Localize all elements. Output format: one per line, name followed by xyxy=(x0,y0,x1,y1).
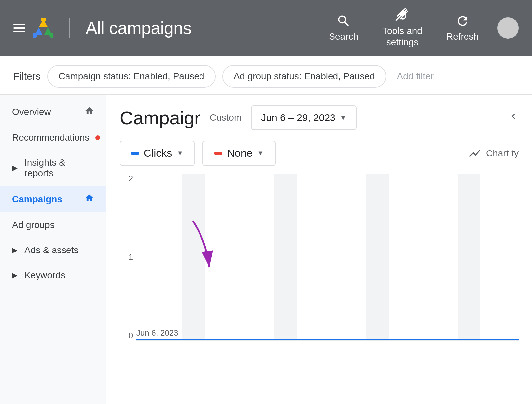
line-chart-icon xyxy=(468,147,481,160)
chevron-left-icon xyxy=(508,111,519,122)
filters-label: Filters xyxy=(13,71,41,82)
main-layout: Overview Recommendations ▶ Insights & re… xyxy=(0,95,532,404)
add-filter-button[interactable]: Add filter xyxy=(393,66,438,87)
home-icon xyxy=(85,106,94,118)
chevron-down-icon: ▼ xyxy=(340,114,347,122)
shaded-region-2 xyxy=(274,174,297,340)
content-area: Campaigr Custom Jun 6 – 29, 2023 ▼ Click… xyxy=(106,95,532,404)
tools-settings-label: Tools and settings xyxy=(382,25,422,48)
metric1-chevron-icon: ▼ xyxy=(177,150,183,157)
sidebar-item-ad-groups[interactable]: Ad groups xyxy=(0,212,106,238)
y-label-2: 2 xyxy=(129,174,133,183)
hamburger-line xyxy=(13,27,25,29)
date-preset-label: Custom xyxy=(210,112,242,123)
header-left: All campaigns xyxy=(13,18,317,38)
sidebar: Overview Recommendations ▶ Insights & re… xyxy=(0,95,106,404)
sidebar-item-overview[interactable]: Overview xyxy=(0,99,106,125)
campaigns-label: Campaigns xyxy=(12,194,62,205)
header-actions: Search Tools and settings Refresh xyxy=(317,1,519,54)
x-label-start: Jun 6, 2023 xyxy=(136,328,178,338)
campaign-header: Campaigr Custom Jun 6 – 29, 2023 ▼ xyxy=(120,105,519,130)
insights-reports-label: Insights & reports xyxy=(24,157,94,179)
recommendations-badge xyxy=(95,135,100,140)
y-label-1: 1 xyxy=(129,252,133,262)
date-range-button[interactable]: Jun 6 – 29, 2023 ▼ xyxy=(251,105,356,130)
metric2-chevron-icon: ▼ xyxy=(257,150,264,157)
clicks-metric-indicator xyxy=(131,152,139,155)
filters-bar: Filters Campaign status: Enabled, Paused… xyxy=(0,56,532,95)
sidebar-item-keywords[interactable]: ▶ Keywords xyxy=(0,263,106,288)
metric2-label: None xyxy=(227,147,253,159)
search-button[interactable]: Search xyxy=(317,7,370,49)
search-icon xyxy=(336,14,351,28)
sidebar-item-recommendations[interactable]: Recommendations xyxy=(0,125,106,150)
campaign-title: Campaigr xyxy=(120,107,200,129)
recommendations-label: Recommendations xyxy=(12,132,89,143)
hamburger-line xyxy=(13,31,25,32)
shaded-region-4 xyxy=(458,174,480,340)
hamburger-line xyxy=(13,24,25,25)
google-ads-logo xyxy=(33,18,53,38)
date-range-value: Jun 6 – 29, 2023 xyxy=(261,112,335,123)
header: All campaigns Search Tools and settings … xyxy=(0,0,532,56)
refresh-button[interactable]: Refresh xyxy=(434,7,491,49)
grid-line-bottom xyxy=(136,340,519,341)
shaded-region-1 xyxy=(182,174,205,340)
ad-groups-label: Ad groups xyxy=(12,220,55,230)
overview-label: Overview xyxy=(12,107,51,117)
svg-point-6 xyxy=(41,18,46,22)
chart-type-label: Chart ty xyxy=(486,148,519,159)
metric1-button[interactable]: Clicks ▼ xyxy=(120,141,195,166)
metric2-button[interactable]: None ▼ xyxy=(202,141,276,166)
none-metric-indicator xyxy=(214,152,222,155)
sidebar-item-insights-reports[interactable]: ▶ Insights & reports xyxy=(0,150,106,186)
header-divider xyxy=(69,18,70,38)
tools-settings-button[interactable]: Tools and settings xyxy=(370,1,434,54)
refresh-label: Refresh xyxy=(446,31,479,42)
keywords-label: Keywords xyxy=(24,270,65,281)
tools-icon xyxy=(395,8,410,23)
clicks-line xyxy=(136,339,519,340)
chart-area: 2 1 0 Jun 6, 2023 xyxy=(120,174,519,360)
y-axis: 2 1 0 xyxy=(120,174,136,340)
shaded-region-3 xyxy=(366,174,389,340)
sidebar-item-campaigns[interactable]: Campaigns xyxy=(0,186,106,212)
adgroup-status-filter[interactable]: Ad group status: Enabled, Paused xyxy=(222,65,386,88)
chart-type-button[interactable]: Chart ty xyxy=(468,147,519,160)
expand-arrow-icon-3: ▶ xyxy=(12,271,18,280)
ads-assets-label: Ads & assets xyxy=(24,245,78,255)
logo xyxy=(33,18,53,38)
avatar[interactable] xyxy=(497,17,519,39)
expand-arrow-icon: ▶ xyxy=(12,164,18,172)
sidebar-item-ads-assets[interactable]: ▶ Ads & assets xyxy=(0,238,106,263)
y-label-0: 0 xyxy=(129,331,133,340)
refresh-icon xyxy=(455,14,470,28)
hamburger-menu-button[interactable] xyxy=(13,24,25,32)
campaign-status-filter[interactable]: Campaign status: Enabled, Paused xyxy=(47,65,216,88)
campaigns-home-icon xyxy=(85,193,94,205)
chart-plot-area: Jun 6, 2023 xyxy=(136,174,519,340)
expand-arrow-icon-2: ▶ xyxy=(12,246,18,254)
search-label: Search xyxy=(329,31,358,42)
metric1-label: Clicks xyxy=(144,147,172,159)
collapse-button[interactable] xyxy=(508,111,519,125)
chart-controls: Clicks ▼ None ▼ Chart ty xyxy=(120,141,519,166)
page-title: All campaigns xyxy=(86,18,191,38)
